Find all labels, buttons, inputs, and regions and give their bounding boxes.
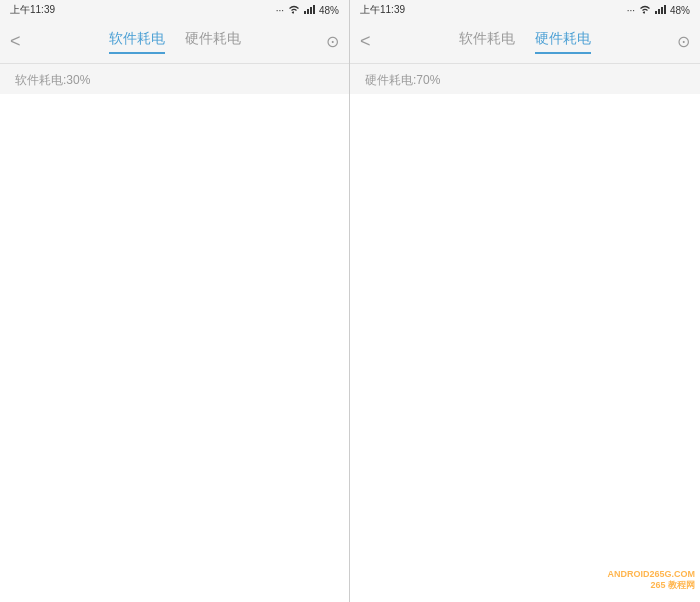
right-clock-button[interactable]: ⊙ <box>677 32 690 51</box>
left-back-button[interactable]: < <box>10 31 21 52</box>
right-back-button[interactable]: < <box>360 31 371 52</box>
right-wifi-icon <box>638 4 652 16</box>
left-phone-panel: 上午11:39 ··· 48% < <box>0 0 350 602</box>
right-tab-hardware[interactable]: 硬件耗电 <box>535 30 591 54</box>
left-wifi-icon <box>287 4 301 16</box>
left-content-area <box>0 94 349 602</box>
right-nav-bar: < 软件耗电 硬件耗电 ⊙ <box>350 20 700 64</box>
left-status-bar: 上午11:39 ··· 48% <box>0 0 349 20</box>
left-section-header: 软件耗电:30% <box>0 64 349 94</box>
right-section-label: 硬件耗电:70% <box>365 73 440 87</box>
right-status-bar: 上午11:39 ··· 48% <box>350 0 700 20</box>
left-section-label: 软件耗电:30% <box>15 73 90 87</box>
right-dots: ··· <box>627 5 635 16</box>
svg-rect-0 <box>304 11 306 14</box>
left-clock-button[interactable]: ⊙ <box>326 32 339 51</box>
right-content-area <box>350 94 700 602</box>
svg-rect-6 <box>661 7 663 14</box>
left-nav-tabs: 软件耗电 硬件耗电 <box>109 30 241 54</box>
svg-rect-3 <box>313 5 315 14</box>
left-tab-software[interactable]: 软件耗电 <box>109 30 165 54</box>
svg-rect-1 <box>307 9 309 14</box>
right-signal-icon <box>655 4 667 16</box>
left-signal-icon <box>304 4 316 16</box>
right-tab-software[interactable]: 软件耗电 <box>459 30 515 54</box>
svg-rect-7 <box>664 5 666 14</box>
left-tab-hardware[interactable]: 硬件耗电 <box>185 30 241 54</box>
left-status-right: ··· 48% <box>276 4 339 16</box>
left-dots: ··· <box>276 5 284 16</box>
svg-rect-2 <box>310 7 312 14</box>
svg-rect-4 <box>655 11 657 14</box>
left-battery: 48% <box>319 5 339 16</box>
svg-rect-5 <box>658 9 660 14</box>
right-section-header: 硬件耗电:70% <box>350 64 700 94</box>
left-nav-bar: < 软件耗电 硬件耗电 ⊙ <box>0 20 349 64</box>
right-phone-panel: 上午11:39 ··· 48% < <box>350 0 700 602</box>
right-battery: 48% <box>670 5 690 16</box>
right-time: 上午11:39 <box>360 3 405 17</box>
right-nav-tabs: 软件耗电 硬件耗电 <box>459 30 591 54</box>
left-time: 上午11:39 <box>10 3 55 17</box>
watermark: ANDROID265G.COM 265 教程网 <box>607 569 695 592</box>
right-status-right: ··· 48% <box>627 4 690 16</box>
